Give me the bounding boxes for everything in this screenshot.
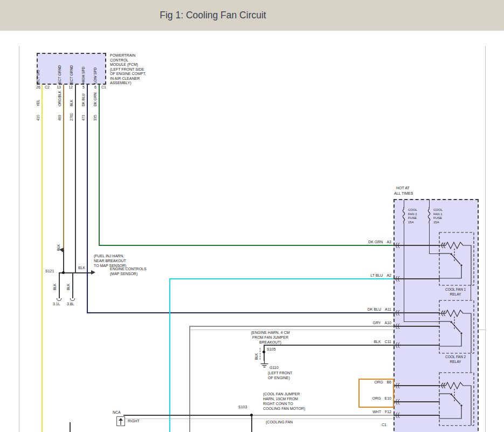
figure-title: Fig 1: Cooling Fan Circuit — [0, 0, 426, 31]
splice-s103-dot — [250, 414, 253, 416]
cool-fan-2-relay-label: COOL FAN 2 RELAY — [437, 355, 474, 364]
circuit-label-473: 473 — [80, 108, 87, 121]
wire-color: WHT — [372, 410, 381, 414]
inline-connector-icon — [395, 323, 401, 330]
inline-connector-icon — [395, 276, 401, 282]
wire-color-label-dkblu: DK BLU — [80, 86, 87, 106]
pcm-note: POWERTRAIN CONTROL MODULE (PCM) (LEFT FR… — [110, 53, 146, 86]
fuse-label-line: FAN 1 — [433, 212, 443, 217]
wire-ltblu-horizontal — [169, 278, 393, 279]
pcm-note-line: POWERTRAIN — [110, 53, 146, 58]
fuel-inj-note-line: (FUEL INJ HARN, — [94, 253, 126, 258]
pin-id: A2 — [386, 273, 391, 277]
pcm-note-line: OF ENGINE COMPT, — [110, 72, 146, 77]
s105-dashed-branch — [260, 348, 260, 360]
wire-color: GRY — [372, 321, 381, 325]
cool-fan-1-relay-symbol — [439, 232, 474, 286]
connector-end-icon — [70, 298, 75, 301]
fuel-inj-note: (FUEL INJ HARN, NEAR BREAKOUT TO MAP SEN… — [94, 253, 126, 268]
page-frame-left — [19, 46, 19, 432]
g110-note-line: (LEFT FRONT — [268, 371, 292, 375]
nca-label: NCA — [113, 410, 121, 414]
wire-nca — [123, 415, 252, 416]
inline-connector-icon — [395, 242, 401, 249]
engine-harn-note-line: BREAKOUT) — [242, 340, 299, 345]
jumper-note-line: RIGHT CONN TO — [263, 401, 305, 406]
wire-label-f12: WHTF12 — [332, 410, 391, 414]
inline-connector-icon — [395, 382, 401, 389]
jumper-note-line: HARN, 19CM FROM — [263, 396, 305, 401]
circuit-label-2761: 2761 — [68, 108, 75, 121]
fuse1-feed-vertical — [429, 223, 430, 254]
relay-label-line: RELAY — [437, 360, 474, 365]
fuse2-feed-horizontal — [404, 321, 440, 322]
wire-color: DK GRN — [368, 240, 383, 244]
ground-symbol-g110-icon — [260, 361, 269, 368]
blk-label-upper: BLK — [56, 238, 62, 251]
splice-s103-label: S103 — [238, 405, 247, 409]
pcm-note-line: IN AIR CLEANER — [110, 77, 146, 81]
pcm-signal-high-spd: HIGH SPD — [80, 54, 87, 84]
wire-label-a11: DK BLUA11 — [332, 307, 391, 311]
inline-connector-icon — [395, 412, 401, 419]
wire-blk-2761 — [75, 85, 76, 273]
pin-id: F12 — [385, 410, 391, 414]
engine-38l-label: 3.8L — [67, 302, 74, 306]
wire-blk-c11 — [264, 345, 393, 346]
cool-fan-2-fuse-icon — [401, 207, 407, 223]
all-times-label: ALL TIMES — [394, 191, 413, 195]
map-sensor-note: ENGINE CONTROLS (MAP SENSOR) — [110, 266, 147, 276]
cool-fan-2-relay-symbol — [439, 300, 474, 354]
pin-id: A10 — [385, 321, 391, 325]
splice-s105-label: S105 — [267, 347, 275, 351]
branch-right-blk-label: BLK — [65, 277, 72, 290]
wire-color: BLK — [374, 340, 381, 344]
wire-label-a2: LT BLUA2 — [332, 273, 391, 277]
splice-s121-dot — [62, 271, 65, 274]
wire-color-label-yel: YEL — [35, 86, 42, 106]
cooling-fan-note: (COOLING FAN — [266, 420, 293, 424]
wire-gry-horizontal — [189, 326, 393, 327]
g110-note-line: OF ENGINE) — [268, 375, 292, 380]
map-wire-blk-label: BLK — [78, 266, 85, 270]
circuit-label-335: 335 — [92, 108, 99, 121]
ground-g110-label: G110 — [270, 366, 279, 369]
connector-end-icon — [57, 298, 61, 301]
pcm-note-line: ASSEMBLY) — [110, 81, 146, 86]
engine-harn-note: (ENGINE HARN, 4 CM FROM FAN JUMPER BREAK… — [242, 330, 299, 345]
wire-label-a10: GRYA10 — [332, 321, 391, 325]
s121-bus — [59, 272, 76, 273]
right-connector-box — [116, 416, 125, 426]
wire-color: DK BLU — [368, 307, 381, 311]
circuit-label-469: 469 — [57, 108, 63, 121]
cooling-fan-connector-top — [125, 419, 392, 419]
wire-ltblu-vertical — [169, 278, 170, 432]
cool-fan-1-fuse-icon — [426, 207, 432, 223]
pcm-signal-low-spd: LOW SPD — [92, 54, 99, 84]
up-arrow-icon — [119, 418, 123, 425]
pcm-note-line: CONTROL — [110, 58, 146, 63]
wire-color: LT BLU — [370, 273, 383, 277]
fuse-label-line: COOL — [408, 208, 417, 212]
hot-at-label: HOT AT — [396, 186, 410, 190]
wire-dkblu-473-horizontal — [87, 312, 393, 313]
fuse2-feed-vertical — [404, 223, 404, 322]
inline-connector-icon — [395, 399, 401, 405]
wiring-diagram-canvas: Fig 1: Cooling Fan Circuit ECT SIG ECT G… — [0, 0, 504, 432]
engine-harn-note-line: FROM FAN JUMPER — [242, 335, 299, 340]
cool-fan-1-relay-label: COOL FAN 1 RELAY — [437, 287, 474, 297]
branch-left-blk-label: BLK — [52, 277, 58, 290]
wire-orgblk-469 — [63, 85, 64, 250]
relay-label-line: COOL FAN 2 — [437, 355, 474, 360]
fuse-label-line: COOL — [433, 208, 443, 212]
engine-harn-note-line: (ENGINE HARN, 4 CM — [242, 330, 299, 335]
orange-highlight-box — [358, 379, 394, 408]
branch-31l-wire — [59, 273, 60, 298]
wire-color-label-orgblk: ORG/BLK — [57, 86, 63, 106]
relay-label-line: COOL FAN 1 — [437, 287, 474, 292]
s105-blk-label: BLK — [253, 349, 260, 360]
cool-fan-2-fuse-label: COOL FAN 2 FUSE 15A — [408, 208, 417, 224]
wire-color-label-blk: BLK — [68, 86, 75, 106]
jumper-note-line: (COOL FAN JUMPER — [263, 392, 305, 396]
wire-yel-410 — [42, 85, 43, 432]
